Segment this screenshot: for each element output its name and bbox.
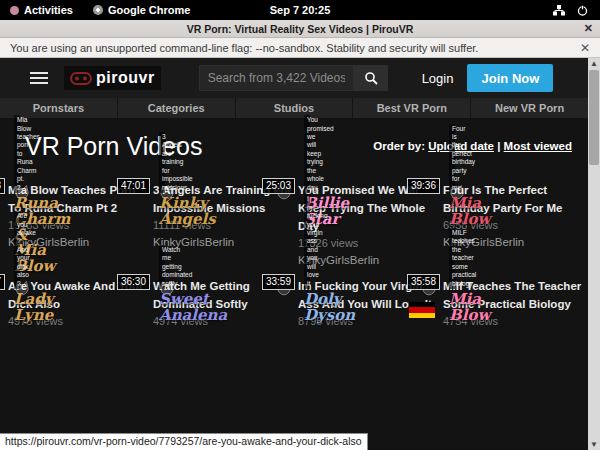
main-nav: PornstarsCategoriesStudiosBest VR PornNe… <box>0 98 588 118</box>
window-title: VR Porn: Virtual Reality Sex Videos | Pi… <box>187 23 414 35</box>
site-logo-text: pirouvr <box>96 69 155 87</box>
window-title-bar: VR Porn: Virtual Reality Sex Videos | Pi… <box>0 20 600 38</box>
window-close-icon[interactable]: ✕ <box>584 22 593 35</box>
network-icon[interactable] <box>553 5 565 16</box>
sandbox-warning-bar: You are using an unsupported command-lin… <box>0 38 600 58</box>
scroll-down-icon[interactable]: ▼ <box>588 440 600 449</box>
chrome-app-label: Google Chrome <box>108 4 191 16</box>
system-top-bar: Activities Google Chrome Sep 7 20:25 <box>0 0 600 20</box>
order-link-most-viewed[interactable]: Most viewed <box>504 140 572 152</box>
site-header: pirouvr Login Join Now <box>0 58 588 98</box>
scrollbar-thumb[interactable] <box>589 70 599 165</box>
activities-label: Activities <box>24 4 73 16</box>
status-url-tooltip: https://pirouvr.com/vr-porn-video/779325… <box>0 433 368 450</box>
video-grid: Runa Charm & Mia Blow Mia Blow teaches p… <box>8 180 584 328</box>
browser-viewport: pirouvr Login Join Now PornstarsCategori… <box>0 58 600 450</box>
activities-indicator-icon <box>10 6 19 15</box>
power-icon[interactable] <box>577 5 588 16</box>
chrome-app-menu[interactable]: Google Chrome <box>83 0 201 20</box>
warning-close-icon[interactable]: ✕ <box>580 41 590 55</box>
nav-item-categories[interactable]: Categories <box>118 98 235 118</box>
scroll-up-icon[interactable]: ▲ <box>588 59 600 68</box>
order-by-label: Order by: <box>373 140 425 152</box>
warning-message: You are using an unsupported command-lin… <box>10 42 478 54</box>
activities-button[interactable]: Activities <box>0 0 83 20</box>
view-count: 11326 views <box>298 237 439 250</box>
order-by: Order by: Upload date | Most viewed <box>373 140 572 152</box>
scrollbar[interactable]: ▲ ▼ <box>588 58 600 450</box>
search-input[interactable] <box>199 65 354 91</box>
search-bar <box>199 65 388 91</box>
nav-item-studios[interactable]: Studios <box>236 98 353 118</box>
search-button[interactable] <box>354 65 388 91</box>
vr-goggles-icon <box>70 72 92 85</box>
video-card: Mia Blow MILF teaches the teacher some p… <box>443 276 584 328</box>
nav-item-best-vr-porn[interactable]: Best VR Porn <box>353 98 470 118</box>
nav-item-new-vr-porn[interactable]: New VR Porn <box>471 98 588 118</box>
join-now-button[interactable]: Join Now <box>467 64 553 92</box>
login-link[interactable]: Login <box>422 71 454 86</box>
site-logo[interactable]: pirouvr <box>64 66 161 90</box>
menu-icon[interactable] <box>30 72 48 84</box>
search-icon <box>364 71 378 85</box>
chrome-icon <box>93 5 103 15</box>
